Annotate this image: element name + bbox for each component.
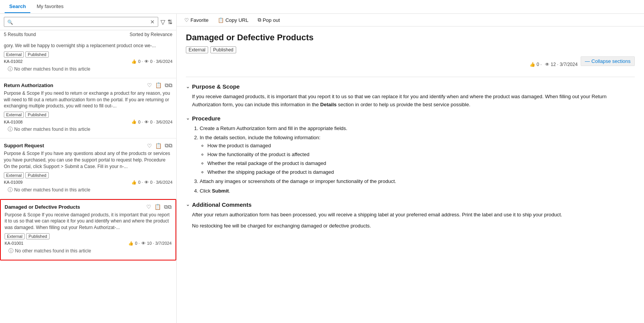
procedure-sublist: How the product is damaged How the funct… [200, 142, 635, 176]
list-item[interactable]: Return Authorization 📋 ⧉ Purpose & Scope… [0, 78, 176, 138]
section-title-purpose: Purpose & Scope [192, 83, 240, 90]
list-item[interactable]: Support Request 📋 ⧉ Purpose & Scope If y… [0, 138, 176, 199]
result-actions: 📋 ⧉ [147, 142, 172, 149]
like-count: 👍 0 · [530, 62, 542, 67]
result-id: KA-01009 [4, 180, 23, 185]
tag-published: Published [25, 51, 48, 58]
section-body-purpose: If you receive damaged products, it is i… [186, 93, 635, 109]
tag-published: Published [25, 172, 48, 178]
section-header-additional[interactable]: ⌄ Additional Comments [186, 201, 635, 208]
results-count: 5 Results found [4, 32, 36, 37]
tag-external: External [4, 172, 24, 178]
section-procedure: ⌄ Procedure Create a Return Authorizatio… [186, 115, 635, 195]
no-match: ⓘ No other matches found in this article [4, 185, 172, 196]
chevron-down-icon: ⌄ [186, 115, 190, 121]
sort-icon[interactable] [167, 18, 172, 26]
tag-external: External [186, 46, 208, 53]
popout-icon[interactable]: ⧉ [165, 82, 172, 89]
result-tags: External Published [5, 233, 172, 239]
result-tags: External Published [4, 172, 172, 178]
section-body-procedure: Create a Return Authorization form and f… [186, 125, 635, 195]
result-stats: 👍 0 · 👁 0 · 3/6/2024 [131, 180, 172, 185]
info-icon: ⓘ [8, 126, 13, 133]
clear-icon[interactable] [150, 19, 155, 25]
search-input[interactable]: order [15, 19, 148, 25]
view-icon: 👁 [144, 180, 149, 185]
heart-icon: ♡ [184, 17, 189, 23]
article-content: Damaged or Defective Products External P… [177, 26, 644, 323]
tab-favorites[interactable]: My favorites [32, 0, 68, 13]
section-body-additional: After your return authorization form has… [186, 211, 635, 230]
article-tags: External Published [186, 46, 635, 53]
copy-icon[interactable]: 📋 [155, 143, 162, 149]
article-toolbar: ♡ Favorite 📋 Copy URL ⧉ Pop out [177, 14, 644, 26]
result-title: Damaged or Defective Products [5, 204, 80, 210]
popout-button[interactable]: ⧉ Pop out [256, 16, 281, 24]
result-header: Damaged or Defective Products 📋 ⧉ [5, 204, 172, 210]
copy-icon[interactable]: 📋 [155, 82, 162, 88]
procedure-step-2: In the details section, include the foll… [200, 134, 635, 176]
info-icon: ⓘ [8, 186, 13, 193]
section-header-procedure[interactable]: ⌄ Procedure [186, 115, 635, 122]
result-meta: KA-01002 👍 0 · 👁 0 · 3/6/2024 [4, 59, 172, 64]
list-item[interactable]: gory. We will be happy to overnight ship… [0, 39, 176, 78]
result-excerpt: Purpose & Scope If you need to return or… [4, 90, 172, 109]
tab-bar: Search My favorites [0, 0, 644, 14]
result-tags: External Published [4, 112, 172, 118]
favorite-button[interactable]: ♡ Favorite [183, 16, 210, 24]
chevron-down-icon: ⌄ [186, 202, 190, 207]
like-icon: 👍 [131, 59, 137, 64]
result-actions: 📋 ⧉ [146, 204, 172, 210]
section-title-additional: Additional Comments [192, 201, 252, 208]
article-meta-top: 👍 0 · 👁 12 · 3/7/2024 — Collapse section… [186, 56, 635, 72]
no-match: ⓘ No other matches found in this article [4, 64, 172, 76]
filter-icon[interactable] [161, 18, 165, 26]
result-actions: 📋 ⧉ [147, 82, 172, 89]
section-title-procedure: Procedure [192, 115, 220, 122]
result-meta: KA-01008 👍 0 · 👁 0 · 3/6/2024 [4, 119, 172, 124]
sorted-by: Sorted by Relevance [130, 32, 172, 37]
collapse-sections-button[interactable]: — Collapse sections [581, 56, 635, 66]
tab-search[interactable]: Search [5, 0, 30, 13]
copy-url-icon: 📋 [218, 17, 224, 23]
main-layout: order 5 Results found Sorted by Relevanc… [0, 14, 644, 323]
popout-icon: ⧉ [258, 17, 261, 23]
view-icon: 👁 [141, 241, 146, 246]
right-panel: ♡ Favorite 📋 Copy URL ⧉ Pop out Damaged … [177, 14, 644, 323]
no-match: ⓘ No other matches found in this article [5, 246, 172, 257]
search-input-wrapper[interactable]: order [4, 17, 158, 27]
result-excerpt: Purpose & Scope If you receive damaged p… [5, 212, 172, 231]
favorite-icon[interactable] [147, 82, 152, 88]
article-title: Damaged or Defective Products [186, 33, 635, 43]
popout-icon[interactable]: ⧉ [164, 204, 172, 210]
copy-url-button[interactable]: 📋 Copy URL [216, 16, 250, 24]
collapse-icon: — [585, 58, 590, 64]
search-bar: order [0, 14, 176, 30]
tag-external: External [4, 51, 24, 58]
result-stats: 👍 0 · 👁 10 · 3/7/2024 [128, 241, 172, 246]
no-match: ⓘ No other matches found in this article [4, 124, 172, 136]
favorite-icon[interactable] [147, 143, 152, 149]
chevron-down-icon: ⌄ [186, 84, 190, 89]
info-icon: ⓘ [8, 247, 13, 254]
procedure-list: Create a Return Authorization form and f… [192, 125, 635, 195]
result-title: Support Request [4, 143, 44, 148]
result-excerpt: Purpose & Scope If you have any question… [4, 150, 172, 170]
divider [186, 77, 635, 77]
result-header: Support Request 📋 ⧉ [4, 142, 172, 149]
copy-icon[interactable]: 📋 [154, 204, 161, 210]
info-icon: ⓘ [8, 66, 13, 73]
section-additional: ⌄ Additional Comments After your return … [186, 201, 635, 230]
list-item-selected[interactable]: Damaged or Defective Products 📋 ⧉ Purpos… [0, 199, 176, 260]
tag-published: Published [25, 112, 48, 118]
view-count: 👁 12 · 3/7/2024 [545, 62, 578, 67]
popout-icon[interactable]: ⧉ [165, 142, 172, 149]
result-meta: KA-01009 👍 0 · 👁 0 · 3/6/2024 [4, 180, 172, 185]
result-meta: KA-01001 👍 0 · 👁 10 · 3/7/2024 [5, 241, 172, 246]
like-icon: 👍 [131, 119, 137, 124]
favorite-icon[interactable] [146, 204, 151, 210]
results-list: gory. We will be happy to overnight ship… [0, 39, 176, 323]
section-header-purpose[interactable]: ⌄ Purpose & Scope [186, 83, 635, 90]
result-stats: 👍 0 · 👁 0 · 3/6/2024 [131, 119, 172, 124]
view-icon: 👁 [144, 120, 149, 124]
